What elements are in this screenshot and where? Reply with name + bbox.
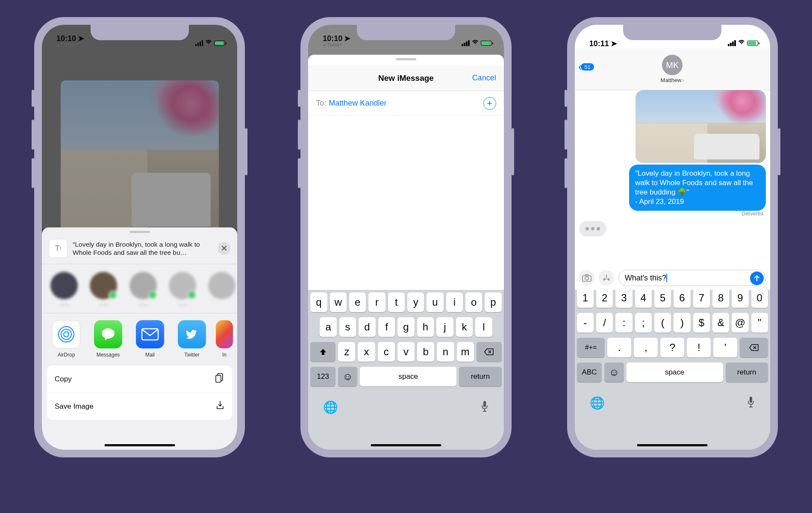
- key-v[interactable]: v: [397, 342, 415, 362]
- shift-key[interactable]: [310, 342, 335, 362]
- key-2[interactable]: 2: [596, 288, 613, 308]
- keyboard[interactable]: ITheYeah 1234567890 -/:;()$&@" #+= .,?!'…: [575, 266, 770, 450]
- key-o[interactable]: o: [465, 292, 482, 312]
- key-8[interactable]: 8: [712, 288, 729, 308]
- share-actions-list: Copy Save Image: [47, 366, 232, 420]
- emoji-key[interactable]: ☺: [604, 363, 624, 382]
- key-g[interactable]: g: [397, 317, 414, 337]
- key-0[interactable]: 0: [751, 288, 768, 308]
- dictation-key[interactable]: [747, 396, 755, 411]
- key-9[interactable]: 9: [732, 288, 748, 308]
- key-?[interactable]: ?: [660, 338, 684, 357]
- key-j[interactable]: j: [436, 317, 453, 337]
- key-q[interactable]: q: [310, 292, 327, 312]
- share-app-airdrop[interactable]: AirDrop: [46, 320, 86, 358]
- key-c[interactable]: c: [378, 342, 395, 362]
- app-store-button[interactable]: [599, 270, 614, 286]
- home-indicator[interactable]: [104, 444, 175, 446]
- home-indicator[interactable]: [371, 444, 441, 446]
- key-'[interactable]: ': [713, 338, 737, 357]
- key-@[interactable]: @: [732, 313, 748, 333]
- keyboard[interactable]: qwertyuiop asdfghjkl zxcvbnm 123 ☺ space…: [308, 290, 503, 450]
- conversation-body[interactable]: "Lovely day in Brooklyn, took a long wal…: [575, 90, 770, 290]
- add-recipient-button[interactable]: +: [483, 97, 496, 110]
- key-1[interactable]: 1: [577, 288, 594, 308]
- sheet-grabber[interactable]: [396, 58, 416, 60]
- numbers-key[interactable]: 123: [310, 367, 335, 386]
- key-z[interactable]: z: [338, 342, 355, 362]
- key-b[interactable]: b: [417, 342, 434, 362]
- key-t[interactable]: t: [388, 292, 405, 312]
- abc-key[interactable]: ABC: [577, 363, 602, 382]
- key-n[interactable]: n: [437, 342, 454, 362]
- key-6[interactable]: 6: [674, 288, 690, 308]
- globe-key[interactable]: 🌐: [323, 400, 338, 415]
- key-k[interactable]: k: [456, 317, 473, 337]
- key-w[interactable]: w: [330, 292, 347, 312]
- key-&[interactable]: &: [712, 313, 729, 333]
- delete-key[interactable]: [740, 338, 768, 357]
- to-field-row[interactable]: To: Matthew Kandler +: [308, 91, 503, 116]
- return-key[interactable]: return: [726, 363, 768, 382]
- key-p[interactable]: p: [485, 292, 501, 312]
- dictation-key[interactable]: [480, 400, 489, 415]
- key-3[interactable]: 3: [615, 288, 632, 308]
- key-)[interactable]: ): [674, 313, 690, 333]
- key-f[interactable]: f: [378, 317, 395, 337]
- key-$[interactable]: $: [693, 313, 710, 333]
- share-app-messages[interactable]: Messages: [88, 320, 128, 358]
- close-share-button[interactable]: ✕: [218, 242, 230, 255]
- key-m[interactable]: m: [457, 342, 474, 362]
- return-key[interactable]: return: [459, 367, 501, 386]
- to-recipient[interactable]: Matthew Kandler: [329, 99, 386, 108]
- key--[interactable]: -: [577, 313, 594, 333]
- back-to-app[interactable]: ◂ Twitter: [56, 42, 75, 47]
- key-"[interactable]: ": [751, 313, 768, 333]
- key-;[interactable]: ;: [635, 313, 652, 333]
- key-7[interactable]: 7: [693, 288, 710, 308]
- action-save-image[interactable]: Save Image: [47, 393, 232, 420]
- delete-key[interactable]: [477, 342, 502, 362]
- home-indicator[interactable]: [637, 444, 708, 446]
- airdrop-contacts-row[interactable]: —— —— —— ——: [42, 264, 237, 313]
- key-([interactable]: (: [654, 313, 671, 333]
- key-y[interactable]: y: [407, 292, 424, 312]
- contact-avatar[interactable]: MK: [662, 55, 683, 75]
- contact-name-row[interactable]: Matthew›: [661, 77, 684, 83]
- key-a[interactable]: a: [320, 317, 336, 337]
- action-copy[interactable]: Copy: [47, 366, 232, 393]
- key-u[interactable]: u: [427, 292, 443, 312]
- share-app-mail[interactable]: Mail: [130, 320, 170, 358]
- send-button[interactable]: [750, 271, 764, 285]
- key-i[interactable]: i: [446, 292, 463, 312]
- back-button[interactable]: ‹ 51: [578, 60, 594, 74]
- key-![interactable]: !: [687, 338, 711, 357]
- globe-key[interactable]: 🌐: [590, 396, 605, 411]
- sent-image-bubble[interactable]: [635, 90, 766, 163]
- space-key[interactable]: space: [627, 363, 723, 382]
- key-5[interactable]: 5: [654, 288, 671, 308]
- key-/[interactable]: /: [596, 313, 613, 333]
- key-,[interactable]: ,: [634, 338, 658, 357]
- share-app-twitter[interactable]: Twitter: [172, 320, 212, 358]
- back-to-app[interactable]: ◂ Twitter: [323, 42, 341, 47]
- key-d[interactable]: d: [359, 317, 375, 337]
- cancel-button[interactable]: Cancel: [472, 74, 496, 83]
- space-key[interactable]: space: [360, 367, 456, 386]
- key-s[interactable]: s: [339, 317, 356, 337]
- message-input[interactable]: What's this?: [618, 270, 766, 286]
- key-:[interactable]: :: [615, 313, 632, 333]
- emoji-key[interactable]: ☺: [338, 367, 357, 386]
- share-app-instagram[interactable]: In: [214, 320, 235, 358]
- key-.[interactable]: .: [607, 338, 631, 357]
- key-r[interactable]: r: [368, 292, 385, 312]
- key-h[interactable]: h: [417, 317, 434, 337]
- key-x[interactable]: x: [358, 342, 375, 362]
- key-e[interactable]: e: [349, 292, 366, 312]
- key-4[interactable]: 4: [635, 288, 652, 308]
- key-l[interactable]: l: [475, 317, 492, 337]
- sent-text-bubble[interactable]: "Lovely day in Brooklyn, took a long wal…: [629, 165, 766, 211]
- keyboard-row-1: qwertyuiop: [310, 292, 501, 312]
- camera-button[interactable]: [579, 270, 594, 286]
- symbols-key[interactable]: #+=: [577, 338, 605, 357]
